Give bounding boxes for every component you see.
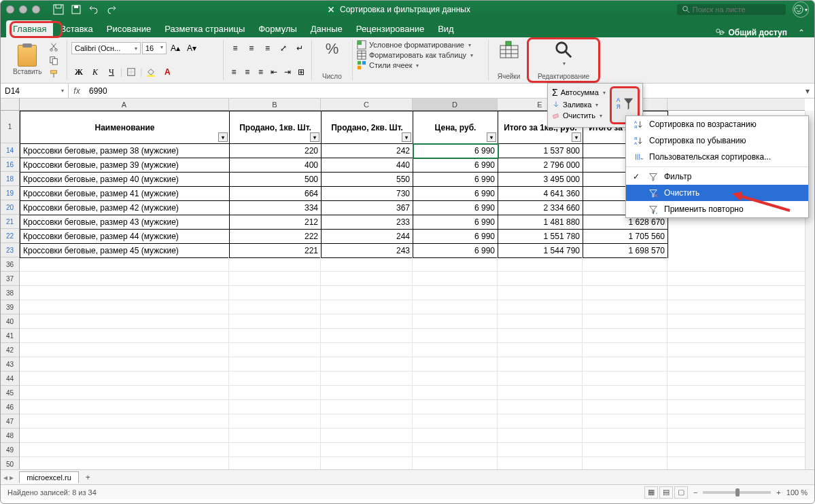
font-size-select[interactable]: 16▾: [142, 42, 167, 54]
row-header[interactable]: 20: [1, 200, 19, 215]
cell[interactable]: 212: [230, 215, 322, 230]
cell[interactable]: 550: [322, 173, 413, 187]
align-center-icon[interactable]: ≡: [241, 65, 254, 79]
empty-rows[interactable]: [20, 257, 805, 469]
user-menu[interactable]: ▾: [793, 1, 809, 18]
redo-icon[interactable]: [103, 2, 120, 17]
row-header[interactable]: 22: [1, 229, 19, 243]
cell[interactable]: 6 990: [413, 215, 498, 230]
orientation-icon[interactable]: ⤢: [276, 41, 291, 56]
cut-icon[interactable]: [47, 41, 60, 53]
font-color-icon[interactable]: A: [160, 65, 175, 79]
cell[interactable]: 2 334 660: [498, 201, 583, 215]
row-header[interactable]: 18: [1, 172, 19, 186]
cell[interactable]: 440: [322, 158, 413, 173]
view-normal-icon[interactable]: ▦: [644, 486, 658, 499]
expand-formula-icon[interactable]: ▾: [801, 86, 814, 96]
row-header[interactable]: 40: [1, 314, 19, 329]
row-header[interactable]: 38: [1, 286, 19, 300]
row-header[interactable]: 41: [1, 329, 19, 343]
zoom-out[interactable]: −: [693, 488, 697, 497]
copy-icon[interactable]: [47, 54, 60, 67]
row-header[interactable]: 16: [1, 158, 19, 172]
cell[interactable]: Кроссовки беговые, размер 42 (мужские): [20, 201, 230, 215]
select-all-corner[interactable]: [1, 98, 20, 111]
align-left-icon[interactable]: ≡: [228, 65, 240, 79]
col-header-B[interactable]: B: [229, 98, 321, 110]
zoom-in[interactable]: +: [776, 488, 780, 497]
search-box[interactable]: [677, 4, 786, 15]
cell[interactable]: 500: [230, 173, 322, 187]
conditional-formatting[interactable]: Условное форматирование▾: [357, 40, 484, 50]
table-header[interactable]: Продано, 1кв. Шт.▾: [230, 111, 322, 144]
cell[interactable]: 6 990: [413, 187, 498, 201]
wrap-text-icon[interactable]: ↵: [292, 41, 307, 56]
bold-button[interactable]: Ж: [71, 65, 86, 79]
increase-font-icon[interactable]: A▴: [168, 41, 183, 56]
clear-button[interactable]: Очистить▾: [551, 111, 607, 120]
cell[interactable]: Кроссовки беговые, размер 40 (мужские): [20, 173, 230, 187]
cell[interactable]: 400: [230, 158, 322, 173]
formula-input[interactable]: 6990: [85, 86, 801, 96]
collapse-ribbon-icon[interactable]: ⌃: [794, 28, 809, 37]
cell-styles[interactable]: Стили ячеек▾: [357, 60, 484, 70]
number-format-button[interactable]: %: [316, 40, 348, 58]
zoom-value[interactable]: 100 %: [786, 488, 808, 497]
col-header-A[interactable]: A: [20, 98, 229, 110]
tab-page-layout[interactable]: Разметка страницы: [158, 20, 252, 37]
align-right-icon[interactable]: ≡: [255, 65, 267, 79]
cell[interactable]: 6 990: [413, 244, 498, 258]
row-header[interactable]: 50: [1, 457, 19, 469]
row-header[interactable]: 21: [1, 215, 19, 229]
editing-button[interactable]: ▾: [534, 40, 593, 67]
cell[interactable]: 1 551 780: [498, 230, 583, 244]
cell[interactable]: 3 495 000: [498, 173, 583, 187]
merge-icon[interactable]: ⊞: [295, 65, 307, 79]
row-header[interactable]: 39: [1, 300, 19, 314]
align-middle-icon[interactable]: ≡: [244, 41, 259, 56]
cell[interactable]: 730: [322, 187, 413, 201]
row-header[interactable]: 42: [1, 343, 19, 357]
row-header[interactable]: 37: [1, 272, 19, 286]
table-header[interactable]: Наименование▾: [20, 111, 230, 144]
row-header[interactable]: 48: [1, 429, 19, 443]
cell[interactable]: Кроссовки беговые, размер 44 (мужские): [20, 230, 230, 244]
reapply-item[interactable]: Применить повторно: [626, 201, 808, 217]
cell[interactable]: 6 990: [413, 173, 498, 187]
cell[interactable]: 334: [230, 201, 322, 215]
cell[interactable]: 1 481 880: [498, 215, 583, 230]
maximize-window[interactable]: [32, 5, 40, 14]
font-name-select[interactable]: Calibri (Осн...▾: [71, 42, 141, 54]
share-button[interactable]: Общий доступ: [708, 28, 794, 37]
view-page-layout-icon[interactable]: ▤: [659, 486, 673, 499]
underline-button[interactable]: Ч: [104, 65, 119, 79]
sheet-tab[interactable]: microexcel.ru: [19, 471, 78, 483]
increase-indent-icon[interactable]: ⇥: [281, 65, 294, 79]
cell[interactable]: Кроссовки беговые, размер 41 (мужские): [20, 187, 230, 201]
cell[interactable]: 1 537 800: [498, 144, 583, 158]
cell[interactable]: 6 990: [413, 230, 498, 244]
cell[interactable]: 233: [322, 215, 413, 230]
format-painter-icon[interactable]: [47, 68, 60, 80]
row-header[interactable]: 43: [1, 357, 19, 372]
cell[interactable]: 367: [322, 201, 413, 215]
row-header[interactable]: 46: [1, 400, 19, 414]
cell[interactable]: Кроссовки беговые, размер 38 (мужские): [20, 144, 230, 158]
decrease-font-icon[interactable]: A▾: [184, 41, 199, 56]
row-header[interactable]: 14: [1, 143, 19, 158]
border-icon[interactable]: [124, 65, 139, 79]
cells-button[interactable]: [493, 40, 525, 60]
cell[interactable]: 1 544 790: [498, 244, 583, 258]
col-header-D[interactable]: D: [413, 98, 498, 110]
filter-dropdown-icon[interactable]: ▾: [310, 132, 319, 142]
cell[interactable]: 1 705 560: [583, 230, 668, 244]
row-header[interactable]: 44: [1, 372, 19, 386]
view-page-break-icon[interactable]: ▢: [674, 486, 688, 499]
tab-view[interactable]: Вид: [431, 20, 461, 37]
add-sheet-button[interactable]: +: [82, 473, 94, 482]
cell[interactable]: Кроссовки беговые, размер 39 (мужские): [20, 158, 230, 173]
row-header[interactable]: 23: [1, 243, 19, 257]
table-header[interactable]: Цена, руб.▾: [413, 111, 498, 144]
cell[interactable]: 6 990: [413, 144, 498, 158]
align-top-icon[interactable]: ≡: [228, 41, 243, 56]
